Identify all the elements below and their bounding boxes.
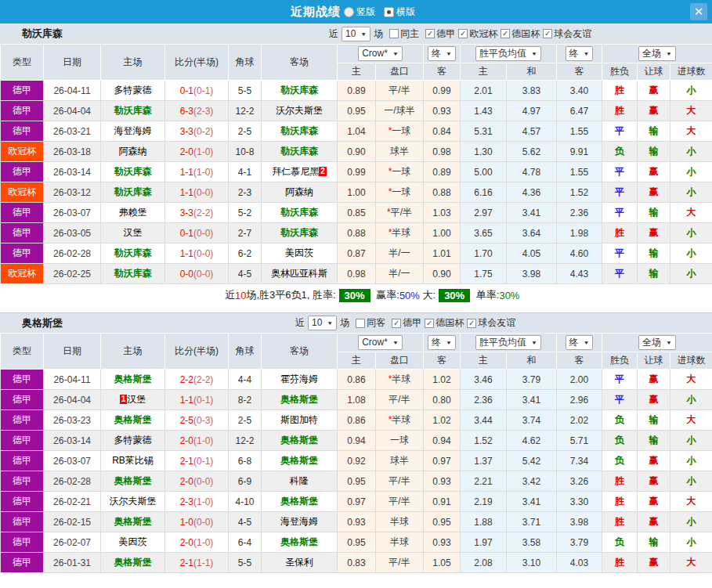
fulltime-score: 1-1 <box>180 167 193 178</box>
same-venue-filter[interactable]: 同客 <box>356 316 385 330</box>
same-venue-filter[interactable]: 同主 <box>389 27 419 41</box>
odds-away-cell: 0.98 <box>424 142 461 162</box>
avg-time-select[interactable]: 终▼ <box>566 335 594 350</box>
checkbox-icon[interactable]: ✓ <box>467 319 476 328</box>
corners-cell: 2-5 <box>229 121 262 142</box>
avg-home-cell: 1.30 <box>461 142 507 162</box>
avg-draw-cell: 3.79 <box>507 370 557 390</box>
team-label: 奥格斯堡 <box>114 373 152 384</box>
halftime-score: (1-0) <box>193 146 213 157</box>
halftime-score: (2-2) <box>193 207 213 218</box>
league-cell: 德甲 <box>1 390 44 410</box>
radio-vertical-label[interactable]: 竖版 <box>356 5 375 19</box>
radio-horizontal-label[interactable]: 横版 <box>396 5 415 19</box>
team-label: 多特蒙德 <box>114 85 152 96</box>
date-cell: 26-03-23 <box>44 410 101 431</box>
league-filter-欧冠杯[interactable]: ✓欧冠杯 <box>458 27 497 41</box>
checkbox-icon[interactable]: ✓ <box>425 29 435 38</box>
avg-home-cell: 5.00 <box>461 162 507 182</box>
home-team-cell: 勒沃库森 <box>101 264 165 284</box>
avg-time-select[interactable]: 终▼ <box>566 46 594 61</box>
team-label: 阿森纳 <box>119 146 147 157</box>
odds-away-cell: 1.05 <box>424 553 461 573</box>
team-label: 勒沃库森 <box>280 146 318 157</box>
halftime-score: (0-1) <box>193 456 213 467</box>
near-label: 近 <box>329 27 338 41</box>
odds-time-select[interactable]: 终▼ <box>428 46 456 61</box>
league-filter-球会友谊[interactable]: ✓球会友谊 <box>543 27 591 41</box>
radio-vertical-icon[interactable] <box>344 7 354 17</box>
odds-time-select[interactable]: 终▼ <box>428 335 456 350</box>
goals-result-cell: 小 <box>670 532 712 553</box>
handicap-cell: 一/球半 <box>376 101 424 121</box>
date-cell: 26-02-28 <box>44 471 101 492</box>
chevron-down-icon: ▼ <box>666 338 672 348</box>
scope-value: 全场 <box>642 337 661 348</box>
avg-draw-cell: 4.62 <box>507 431 557 451</box>
star-marker: * <box>389 414 392 425</box>
close-icon[interactable]: ✕ <box>690 3 707 20</box>
avg-home-cell: 1.88 <box>461 512 507 532</box>
date-cell: 26-02-28 <box>44 243 101 264</box>
match-row: 欧冠杯26-02-25勒沃库森0-0(0-0)4-5奥林匹亚科斯0.98半/一0… <box>1 264 712 284</box>
checkbox-icon[interactable]: ✓ <box>543 29 552 38</box>
halftime-score: (0-3) <box>193 415 213 426</box>
fulltime-score: 0-1 <box>180 85 193 96</box>
score-cell: 2-0(0-0) <box>165 471 229 492</box>
col-wdl: 胜负 <box>602 352 638 370</box>
league-filters: ✓德甲✓欧冠杯✓德国杯✓球会友谊 <box>422 27 591 41</box>
radio-horizontal-icon[interactable] <box>384 7 394 17</box>
avg-home-cell: 1.97 <box>461 532 507 553</box>
avg-away-cell: 2.36 <box>557 203 602 223</box>
goals-result-cell: 大 <box>670 370 712 390</box>
checkbox-icon[interactable]: ✓ <box>425 319 434 328</box>
handicap-result-cell: 赢 <box>638 512 670 532</box>
checkbox-icon[interactable] <box>356 319 365 328</box>
avg-select[interactable]: 胜平负均值▼ <box>475 46 541 61</box>
goals-result-cell: 小 <box>670 512 712 532</box>
col-type: 类型 <box>1 45 44 81</box>
date-cell: 26-04-11 <box>44 370 101 390</box>
odds-away-cell: 0.80 <box>424 390 461 410</box>
odds-away-cell: 0.99 <box>424 81 461 101</box>
avg-select[interactable]: 胜平负均值▼ <box>475 335 541 350</box>
checkbox-icon[interactable]: ✓ <box>501 29 510 38</box>
avg-time-value: 终 <box>569 337 579 348</box>
bookmaker-select[interactable]: Crow*▼ <box>358 335 403 350</box>
match-count-select[interactable]: 10 ▼ <box>308 316 337 330</box>
col-odds-home: 主 <box>338 63 376 81</box>
scope-select[interactable]: 全场▼ <box>638 46 676 61</box>
league-filter-label: 德国杯 <box>511 27 540 41</box>
fulltime-score: 3-3 <box>180 207 193 218</box>
away-team-cell: 奥格斯堡 <box>262 451 338 471</box>
scope-select[interactable]: 全场▼ <box>638 335 676 350</box>
col-handicap-bet: 让球 <box>638 63 670 81</box>
checkbox-icon[interactable] <box>389 29 399 38</box>
odds-away-cell: 0.94 <box>424 431 461 451</box>
fulltime-score: 2-1 <box>180 456 193 467</box>
result-cell: 胜 <box>602 101 638 121</box>
col-corners: 角球 <box>229 334 262 370</box>
odds-time-header: 终▼ <box>424 45 461 63</box>
league-cell: 德甲 <box>1 203 44 223</box>
team-label: 奥格斯堡 <box>280 536 318 547</box>
avg-draw-cell: 3.74 <box>507 410 557 431</box>
score-cell: 6-3(2-3) <box>165 101 229 121</box>
odds-home-cell: 0.99 <box>338 162 376 182</box>
match-count-select[interactable]: 10 ▼ <box>342 27 370 41</box>
league-filter-德国杯[interactable]: ✓德国杯 <box>501 27 540 41</box>
checkbox-icon[interactable]: ✓ <box>392 319 401 328</box>
matches-tbody: 德甲26-04-11多特蒙德0-1(0-1)5-5勒沃库森0.89平/半0.99… <box>1 81 712 284</box>
match-row: 德甲26-02-28勒沃库森1-1(0-0)6-2美因茨0.87半/一1.011… <box>1 243 712 264</box>
bookmaker-select[interactable]: Crow*▼ <box>358 46 403 61</box>
avg-away-cell: 3.40 <box>557 81 602 101</box>
odds-home-cell: 0.95 <box>338 471 376 492</box>
league-filter-德甲[interactable]: ✓德甲 <box>425 27 455 41</box>
col-handicap-bet: 让球 <box>638 352 670 370</box>
league-filter-球会友谊[interactable]: ✓球会友谊 <box>467 316 515 330</box>
checkbox-icon[interactable]: ✓ <box>458 29 468 38</box>
league-filter-德国杯[interactable]: ✓德国杯 <box>425 316 464 330</box>
league-filter-德甲[interactable]: ✓德甲 <box>392 316 421 330</box>
team-label: 霍芬海姆 <box>280 373 318 384</box>
avg-away-cell: 3.30 <box>557 492 602 512</box>
